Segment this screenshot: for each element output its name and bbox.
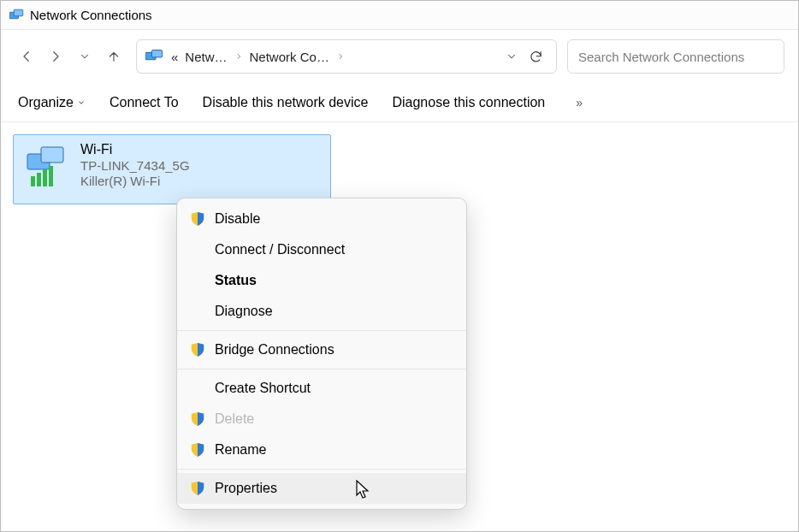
menu-separator [177,330,466,331]
diagnose-button[interactable]: Diagnose this connection [392,95,545,110]
menu-create-shortcut[interactable]: Create Shortcut [177,373,466,404]
svg-rect-7 [37,173,41,186]
connection-adapter: Killer(R) Wi-Fi [80,174,190,188]
address-dropdown[interactable] [500,44,524,68]
up-button[interactable] [102,44,126,68]
history-dropdown[interactable] [73,44,97,68]
toolbar-overflow[interactable]: » [576,96,583,109]
search-placeholder: Search Network Connections [578,50,744,64]
menu-delete: Delete [177,404,466,434]
back-button[interactable] [15,44,38,68]
organize-button[interactable]: Organize [18,95,86,110]
chevron-down-icon [77,98,86,107]
menu-status[interactable]: Status [177,265,466,296]
forward-button[interactable] [44,44,68,68]
connection-item-wifi[interactable]: Wi-Fi TP-LINK_7434_5G Killer(R) Wi-Fi [13,134,331,204]
connection-name: Wi-Fi [80,142,190,157]
network-adapter-icon [22,142,70,190]
shield-icon [189,341,206,358]
address-icon [145,49,168,64]
shield-icon [189,441,206,458]
connection-ssid: TP-LINK_7434_5G [80,158,190,173]
refresh-button[interactable] [524,44,547,68]
shield-icon [189,480,206,497]
toolbar: Organize Connect To Disable this network… [1,83,798,122]
navbar: « Netw… Network Co… Search Network Conne… [1,30,798,83]
breadcrumb-seg1[interactable]: Netw… [181,50,230,64]
titlebar: Network Connections [1,1,798,30]
search-input[interactable]: Search Network Connections [567,39,784,74]
svg-rect-8 [43,169,47,186]
app-icon [9,9,25,22]
shield-icon [189,210,206,228]
menu-disable[interactable]: Disable [177,204,466,234]
chevron-right-icon [231,49,246,64]
context-menu: Disable Connect / Disconnect Status Diag… [176,198,467,510]
connect-to-button[interactable]: Connect To [109,95,179,110]
menu-connect-disconnect[interactable]: Connect / Disconnect [177,234,466,265]
svg-rect-9 [49,166,53,186]
breadcrumb-seg2[interactable]: Network Co… [246,50,333,64]
svg-rect-5 [41,147,63,163]
breadcrumb-ellipsis[interactable]: « [168,50,181,64]
menu-bridge-connections[interactable]: Bridge Connections [177,334,466,365]
menu-separator [177,469,466,470]
menu-diagnose[interactable]: Diagnose [177,296,466,327]
svg-rect-3 [151,50,162,57]
menu-separator [177,369,466,369]
svg-rect-6 [31,176,35,186]
disable-device-button[interactable]: Disable this network device [203,95,369,110]
shield-icon [189,411,206,428]
menu-properties[interactable]: Properties [177,473,466,504]
chevron-right-icon [333,49,348,64]
connection-text: Wi-Fi TP-LINK_7434_5G Killer(R) Wi-Fi [80,142,190,188]
address-bar[interactable]: « Netw… Network Co… [136,39,557,74]
window-title: Network Connections [30,8,152,22]
svg-rect-1 [14,9,23,16]
menu-rename[interactable]: Rename [177,434,466,465]
